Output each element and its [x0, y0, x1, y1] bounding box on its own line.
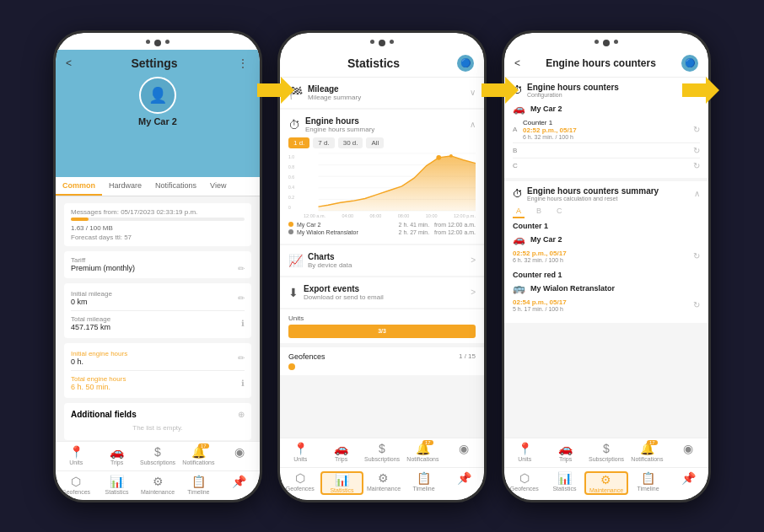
engine-chevron[interactable]: ∧	[470, 120, 476, 129]
refresh-c-icon[interactable]: ↻	[693, 161, 700, 170]
nav-stats-stats[interactable]: 📊 Statistics	[320, 471, 364, 495]
mileage-section: 🏁 Mileage Mileage summary ∨	[280, 78, 484, 108]
geofences-label: Geofences	[288, 352, 326, 361]
summary-tab-a[interactable]: A	[513, 205, 525, 218]
nav-units-eng[interactable]: 📍 Units	[504, 442, 545, 462]
nav-pin-stats[interactable]: 📌	[444, 471, 484, 495]
nav-stats-eng[interactable]: 📊 Statistics	[545, 471, 585, 495]
stats-bottom-nav2: ⬡ Geofences 📊 Statistics ⚙ Maintenance 📋…	[280, 467, 484, 500]
nav-trips-stats[interactable]: 🚗 Trips	[320, 442, 361, 462]
storage-value: 1.63 / 100 MB	[71, 224, 113, 232]
add-icon[interactable]: ⊕	[238, 410, 245, 419]
statistics-body: 🏁 Mileage Mileage summary ∨	[280, 78, 484, 438]
counter-red-time: 02:54 p.m., 05/17	[513, 298, 567, 306]
summary-tab-c[interactable]: C	[553, 205, 566, 218]
export-icon: ⬇	[288, 286, 299, 299]
subs-icon-e: $	[603, 442, 610, 455]
nav-notif-stats[interactable]: 🔔 17 Notifications	[402, 442, 443, 462]
stats-bottom-nav1: 📍 Units 🚗 Trips $ Subscriptions 🔔 17	[280, 438, 484, 467]
chart-tab-all[interactable]: All	[366, 137, 384, 148]
nav-notif-eng[interactable]: 🔔 17 Notifications	[627, 442, 667, 462]
nav-maint-stats[interactable]: ⚙ Maintenance	[363, 471, 404, 495]
nav-geo-eng[interactable]: ⬡ Geofences	[504, 471, 545, 495]
counter-red-car-row: 🚌 My Wialon Retranslator	[513, 281, 700, 296]
nav-pin-eng[interactable]: 📌	[668, 471, 708, 495]
engine-info: Engine hours Engine hours summary	[305, 116, 374, 133]
nav-geofences[interactable]: ⬡ Geofences	[56, 475, 96, 495]
counter-red-label: Counter red 1	[513, 271, 700, 279]
nav-timeline-eng[interactable]: 📋 Timeline	[628, 471, 669, 495]
nav-more[interactable]: ◉	[219, 445, 260, 465]
nav-subs-stats[interactable]: $ Subscriptions	[362, 442, 402, 462]
summary-collapse[interactable]: ∧	[694, 189, 700, 198]
nav-units[interactable]: 📍 Units	[56, 445, 96, 465]
edit-engine-icon[interactable]: ✏	[238, 353, 245, 363]
chart-tab-7d[interactable]: 7 d.	[313, 137, 334, 148]
counter-a-title: Counter 1	[523, 119, 693, 126]
charts-chevron[interactable]: >	[471, 255, 476, 265]
back-icon[interactable]: <	[66, 57, 72, 69]
nav-geo-stats[interactable]: ⬡ Geofences	[280, 471, 320, 495]
summary-tab-b[interactable]: B	[533, 205, 545, 218]
nav-maintenance[interactable]: ⚙ Maintenance	[137, 475, 178, 495]
mileage-chevron[interactable]: ∨	[470, 88, 476, 97]
tab-common[interactable]: Common	[56, 177, 102, 196]
tab-hardware[interactable]: Hardware	[102, 177, 148, 196]
tab-notifications[interactable]: Notifications	[148, 177, 203, 196]
nav-trips-eng[interactable]: 🚗 Trips	[545, 442, 585, 462]
nav-subscriptions[interactable]: $ Subscriptions	[137, 445, 178, 465]
header-icon-stats[interactable]: 🔵	[457, 55, 474, 72]
counter-a-label: A	[513, 126, 523, 133]
tab-view[interactable]: View	[203, 177, 233, 196]
chart-tab-30d[interactable]: 30 d.	[338, 137, 363, 148]
nav-more-stats[interactable]: ◉	[444, 442, 484, 462]
nav-subs-eng[interactable]: $ Subscriptions	[586, 442, 627, 462]
chart-tab-1d[interactable]: 1 d.	[288, 137, 309, 148]
counter1-label: Counter 1	[513, 222, 700, 230]
legend-ret-time: 2 h. 27 min. from 12:00 a.m.	[399, 229, 476, 235]
phone-dot	[390, 40, 394, 44]
three-dot-menu[interactable]: ⋮	[237, 56, 250, 70]
timeline-icon-e: 📋	[641, 471, 655, 485]
nav-units-stats[interactable]: 📍 Units	[280, 442, 320, 462]
chart-tabs: 1 d. 7 d. 30 d. All	[288, 137, 476, 148]
back-icon-engine[interactable]: <	[514, 57, 520, 69]
nav-timeline-stats[interactable]: 📋 Timeline	[404, 471, 444, 495]
nav-maint-eng[interactable]: ⚙ Maintenance	[584, 471, 628, 495]
svg-point-8	[436, 154, 441, 159]
total-mileage-row: Total mileage 457.175 km ℹ	[71, 314, 245, 333]
refresh-counter-red-icon[interactable]: ↻	[693, 300, 700, 309]
mileage-section: Initial mileage 0 km ✏ Total mileage 457…	[64, 283, 251, 338]
export-section: ⬇ Export events Download or send to emai…	[280, 277, 484, 308]
nav-timeline[interactable]: 📋 Timeline	[178, 475, 218, 495]
arrow-annotation-engine	[682, 77, 719, 107]
refresh-b-icon[interactable]: ↻	[693, 146, 700, 155]
refresh-a-icon[interactable]: ↻	[693, 125, 700, 134]
storage-progress-bg	[71, 218, 245, 221]
settings-nav: < Settings ⋮	[66, 56, 250, 70]
avatar: 👤	[139, 77, 176, 114]
nav-subscriptions-label: Subscriptions	[140, 459, 175, 465]
info-icon: ℹ	[241, 319, 245, 328]
nav-more-eng[interactable]: ◉	[668, 442, 708, 462]
engine-hours-nav: < Engine hours counters 🔵	[514, 55, 698, 72]
nav-notifications[interactable]: 🔔 17 Notifications	[178, 445, 218, 465]
svg-marker-11	[682, 77, 719, 104]
nav-trips[interactable]: 🚗 Trips	[96, 445, 137, 465]
trips-icon: 🚗	[110, 445, 124, 459]
nav-statistics[interactable]: 📊 Statistics	[96, 475, 137, 495]
edit-icon[interactable]: ✏	[238, 264, 245, 273]
header-icon-engine[interactable]: 🔵	[681, 55, 698, 72]
export-chevron[interactable]: >	[471, 287, 476, 297]
engine-title: Engine hours	[305, 116, 374, 126]
subs-icon-s: $	[379, 442, 385, 455]
nav-notifications-label: Notifications	[182, 459, 214, 465]
nav-pin[interactable]: 📌	[219, 475, 260, 495]
phone-engine-hours: < Engine hours counters 🔵 ⏱	[502, 30, 711, 502]
legend-car-dot	[288, 222, 293, 227]
more-icon-s: ◉	[459, 442, 469, 455]
edit-mileage-icon[interactable]: ✏	[238, 293, 245, 303]
units-bar: 3/3	[288, 325, 476, 338]
tariff-label: Tariff	[71, 256, 245, 264]
refresh-counter1-icon[interactable]: ↻	[693, 251, 700, 261]
